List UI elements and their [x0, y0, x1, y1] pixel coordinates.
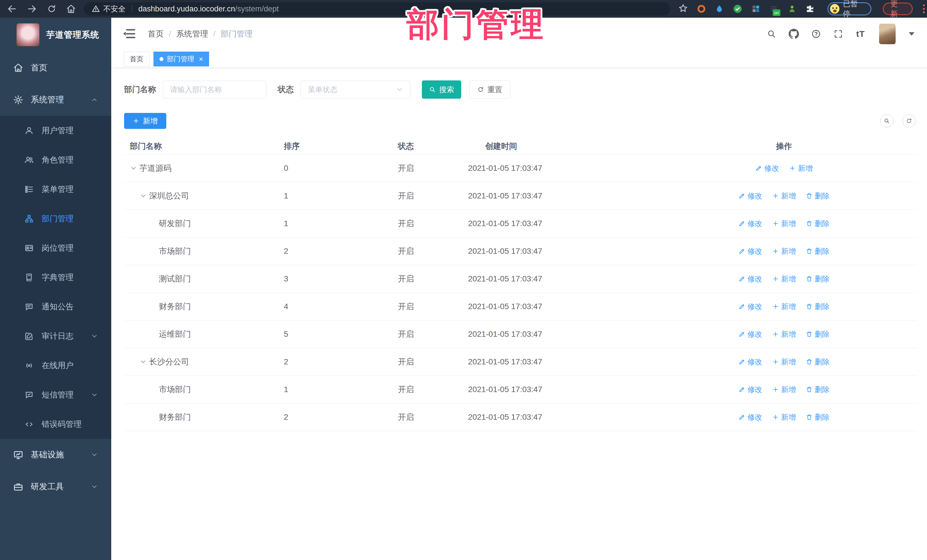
- help-icon[interactable]: [811, 29, 821, 39]
- plus-icon: [772, 386, 779, 393]
- sidebar-item-error-codes[interactable]: 错误码管理: [0, 410, 111, 439]
- op-delete-link[interactable]: 删除: [806, 191, 830, 201]
- toggle-search-button[interactable]: [880, 114, 894, 127]
- browser-reload-icon[interactable]: [47, 4, 56, 14]
- table-row: 财务部门 4 开启 2021-01-05 17:03:47 修改新增删除: [124, 293, 917, 320]
- sidebar-item-devtools[interactable]: 研发工具: [0, 471, 111, 503]
- refresh-table-button[interactable]: [903, 114, 916, 127]
- op-add-link[interactable]: 新增: [772, 219, 796, 229]
- op-edit-link[interactable]: 修改: [739, 274, 763, 284]
- header-status: 状态: [392, 141, 462, 152]
- ops-cell: 修改新增删除: [650, 357, 917, 367]
- search-icon[interactable]: [766, 29, 777, 39]
- sidebar-item-system[interactable]: 系统管理: [0, 84, 111, 116]
- op-edit-link[interactable]: 修改: [739, 191, 763, 201]
- extension-icon[interactable]: [751, 4, 760, 14]
- chevron-down-icon: [396, 86, 403, 93]
- browser-forward-icon[interactable]: [27, 4, 37, 14]
- close-icon[interactable]: ×: [199, 55, 203, 63]
- sidebar-item-online-users[interactable]: 在线用户: [0, 351, 111, 380]
- expand-arrow-icon[interactable]: [130, 164, 137, 172]
- op-edit-link[interactable]: 修改: [739, 219, 763, 229]
- sidebar-item-infra[interactable]: 基础设施: [0, 439, 111, 471]
- op-add-link[interactable]: 新增: [772, 191, 796, 201]
- sidebar-item-audit-log[interactable]: 审计日志: [0, 321, 111, 351]
- op-add-link[interactable]: 新增: [772, 412, 796, 422]
- expand-arrow-icon[interactable]: [140, 358, 147, 366]
- op-delete-link[interactable]: 删除: [806, 357, 830, 367]
- avatar-dropdown-icon[interactable]: [909, 32, 915, 36]
- trash-icon: [806, 275, 813, 282]
- plus-icon: [772, 248, 779, 255]
- expand-arrow-icon[interactable]: [140, 192, 147, 200]
- breadcrumb-system[interactable]: 系统管理: [176, 29, 208, 39]
- op-add-link[interactable]: 新增: [772, 329, 796, 339]
- user-avatar[interactable]: [879, 24, 896, 44]
- sidebar-item-label: 岗位管理: [42, 243, 74, 253]
- extension-icon[interactable]: [696, 4, 706, 14]
- sidebar-item-home[interactable]: 首页: [0, 52, 111, 84]
- chevron-down-icon: [91, 451, 98, 458]
- op-delete-link[interactable]: 删除: [806, 246, 830, 256]
- signal-icon: [24, 361, 33, 370]
- pencil-icon: [739, 331, 745, 338]
- github-icon[interactable]: [789, 29, 799, 39]
- sidebar-item-menus[interactable]: 菜单管理: [0, 175, 111, 204]
- op-edit-link[interactable]: 修改: [739, 412, 763, 422]
- op-add-link[interactable]: 新增: [772, 385, 796, 395]
- sidebar-item-depts[interactable]: 部门管理: [0, 204, 111, 233]
- sidebar-toggle-icon[interactable]: [124, 29, 135, 39]
- op-edit-link[interactable]: 修改: [739, 246, 763, 256]
- dept-name-cell: 芋道源码: [124, 163, 278, 174]
- extension-icon[interactable]: [714, 4, 724, 14]
- font-size-icon[interactable]: tT: [855, 29, 866, 39]
- add-button[interactable]: 新增: [124, 113, 166, 129]
- fullscreen-icon[interactable]: [833, 29, 844, 39]
- op-edit-link[interactable]: 修改: [755, 163, 779, 173]
- extension-icon[interactable]: [733, 4, 742, 14]
- op-add-link[interactable]: 新增: [772, 302, 796, 312]
- dept-name-input[interactable]: [163, 81, 266, 99]
- op-delete-link[interactable]: 删除: [806, 219, 830, 229]
- status-select[interactable]: 菜单状态: [301, 81, 410, 99]
- browser-back-icon[interactable]: [7, 4, 17, 14]
- op-add-link[interactable]: 新增: [789, 163, 813, 173]
- sidebar-item-notice[interactable]: 通知公告: [0, 292, 111, 321]
- extension-icon[interactable]: [787, 4, 797, 14]
- sort-cell: 3: [278, 274, 392, 284]
- op-edit-link[interactable]: 修改: [739, 357, 763, 367]
- op-delete-link[interactable]: 删除: [806, 329, 830, 339]
- op-add-link[interactable]: 新增: [772, 246, 796, 256]
- list-icon: [24, 185, 33, 194]
- browser-menu-icon[interactable]: [923, 5, 925, 13]
- sidebar-item-sms[interactable]: 短信管理: [0, 380, 111, 410]
- op-edit-link[interactable]: 修改: [739, 385, 763, 395]
- reset-button[interactable]: 重置: [469, 80, 510, 99]
- op-delete-link[interactable]: 删除: [806, 302, 830, 312]
- tag-dept-active[interactable]: 部门管理 ×: [153, 52, 209, 67]
- browser-profile-chip[interactable]: 已暂停: [827, 2, 871, 15]
- sidebar-item-posts[interactable]: 岗位管理: [0, 233, 111, 263]
- op-delete-link[interactable]: 删除: [806, 274, 830, 284]
- extension-icon[interactable]: on: [769, 4, 778, 14]
- extensions-puzzle-icon[interactable]: [805, 4, 815, 14]
- dept-name-cell: 长沙分公司: [124, 357, 278, 367]
- breadcrumb-home[interactable]: 首页: [148, 29, 164, 39]
- tag-home[interactable]: 首页: [124, 52, 149, 67]
- sidebar-logo[interactable]: 芋道管理系统: [0, 18, 111, 52]
- op-add-link[interactable]: 新增: [772, 357, 796, 367]
- op-delete-link[interactable]: 删除: [806, 412, 830, 422]
- address-bar[interactable]: 不安全 dashboard.yudao.iocoder.cn/system/de…: [84, 2, 670, 15]
- op-edit-link[interactable]: 修改: [739, 302, 763, 312]
- search-button[interactable]: 搜索: [422, 80, 461, 99]
- sidebar-item-roles[interactable]: 角色管理: [0, 145, 111, 175]
- op-add-link[interactable]: 新增: [772, 274, 796, 284]
- op-delete-link[interactable]: 删除: [806, 385, 830, 395]
- browser-home-icon[interactable]: [66, 4, 76, 14]
- browser-update-button[interactable]: 更新: [883, 3, 913, 15]
- op-edit-link[interactable]: 修改: [739, 329, 763, 339]
- bookmark-star-icon[interactable]: [678, 3, 688, 14]
- sidebar-item-dict[interactable]: 字典管理: [0, 263, 111, 292]
- security-indicator[interactable]: 不安全: [92, 4, 126, 14]
- sidebar-item-users[interactable]: 用户管理: [0, 116, 111, 145]
